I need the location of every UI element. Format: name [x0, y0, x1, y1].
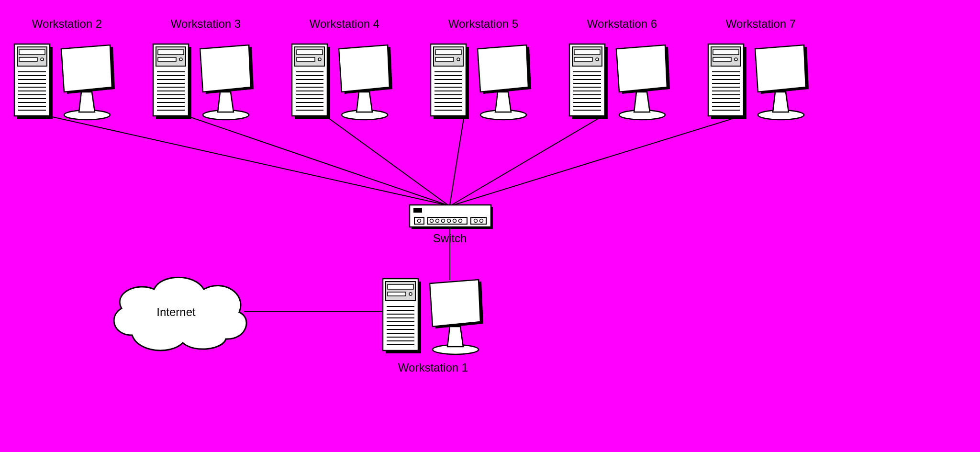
network-diagram: Workstation 2 Workstation 3 Workstation … — [0, 0, 980, 452]
link-ws7-switch — [454, 116, 742, 205]
node-label: Internet — [156, 305, 196, 318]
node-switch: Switch — [410, 205, 493, 245]
node-label: Workstation 1 — [398, 361, 468, 374]
workstation-icon — [14, 44, 115, 120]
link-ws3-switch — [187, 116, 447, 205]
node-ws7: Workstation 7 — [708, 17, 809, 120]
node-ws5: Workstation 5 — [431, 17, 531, 120]
node-label: Workstation 6 — [587, 17, 657, 30]
node-internet: Internet — [114, 277, 246, 350]
workstation-icon — [569, 44, 670, 120]
node-ws2: Workstation 2 — [14, 17, 115, 120]
node-ws3: Workstation 3 — [153, 17, 254, 120]
workstation-icon — [153, 44, 254, 120]
link-ws6-switch — [452, 116, 603, 205]
node-label: Switch — [433, 232, 467, 245]
switch-icon — [410, 205, 493, 229]
node-label: Workstation 7 — [726, 17, 796, 30]
node-ws4: Workstation 4 — [292, 17, 392, 120]
node-label: Workstation 5 — [448, 17, 518, 30]
node-label: Workstation 2 — [32, 17, 102, 30]
link-ws5-switch — [450, 116, 464, 205]
node-ws6: Workstation 6 — [569, 17, 670, 120]
workstation-icon — [383, 279, 483, 354]
workstation-icon — [431, 44, 531, 120]
workstation-icon — [292, 44, 392, 120]
node-label: Workstation 3 — [171, 17, 241, 30]
node-ws1: Workstation 1 — [383, 279, 483, 374]
workstation-icon — [708, 44, 809, 120]
node-label: Workstation 4 — [310, 17, 379, 30]
